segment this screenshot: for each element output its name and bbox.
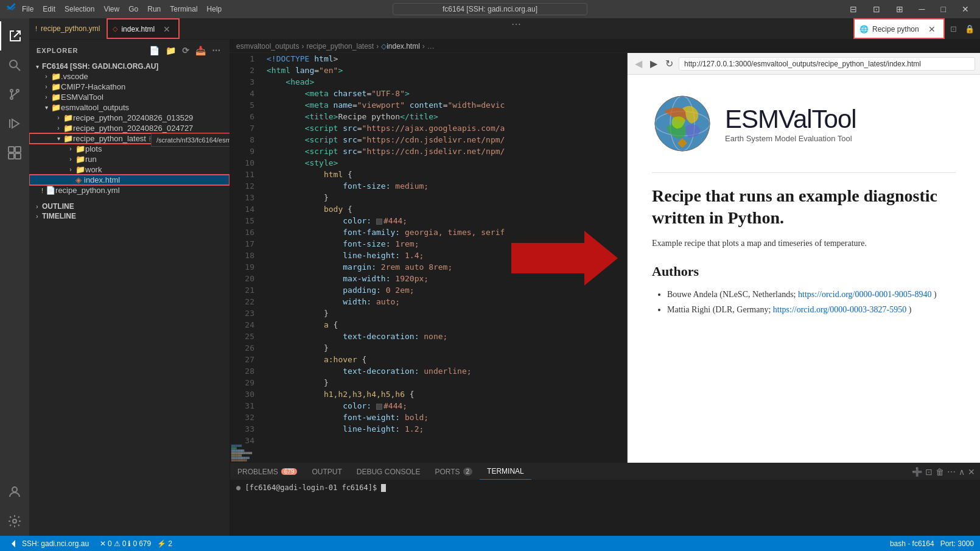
- svg-point-2: [10, 97, 13, 99]
- bash-label: bash - fc6164: [890, 539, 934, 548]
- menu-selection[interactable]: Selection: [65, 5, 94, 13]
- tab-close-html[interactable]: ✕: [161, 23, 173, 35]
- menu-view[interactable]: View: [103, 5, 119, 13]
- terminal-add-icon[interactable]: ➕: [912, 467, 922, 477]
- activity-explorer[interactable]: [0, 21, 29, 51]
- terminal-trash-icon[interactable]: 🗑: [936, 467, 944, 477]
- tab-recipe-yml[interactable]: ! recipe_python.yml: [29, 18, 107, 39]
- refresh-icon[interactable]: ⟳: [181, 44, 191, 57]
- terminal-close-icon[interactable]: ✕: [968, 467, 975, 477]
- terminal-more-icon[interactable]: ⋯: [947, 467, 956, 477]
- ssh-label: SSH: gadi.nci.org.au: [22, 539, 89, 548]
- tree-item-vscode[interactable]: › 📁 .vscode: [29, 71, 229, 82]
- new-file-icon[interactable]: 📄: [148, 44, 161, 57]
- breadcrumb-part4: …: [427, 42, 435, 51]
- info-icon: ℹ: [128, 539, 131, 548]
- sidebar-toggle-icon[interactable]: ⊟: [845, 4, 862, 14]
- more-options-icon[interactable]: ⋯: [211, 44, 222, 57]
- port-label: Port: 3000: [940, 539, 974, 548]
- new-folder-icon[interactable]: 📁: [164, 44, 178, 57]
- tree-item-recipe-latest[interactable]: ▾ 📁 recipe_python_latest ⎘ /scratch/nf33…: [29, 133, 229, 144]
- terminal-content[interactable]: ● [fc6164@gadi-login-01 fc6164]$: [230, 480, 980, 536]
- explorer-sidebar: EXPLORER 📄 📁 ⟳ 📥 ⋯ ▾ FC6164 [SSH: GADI.N…: [29, 40, 230, 536]
- tab-recipe-browser[interactable]: 🌐 Recipe python ✕: [853, 18, 945, 39]
- author-name-1: Bouwe Andela (NLeSC, Netherlands;: [667, 290, 798, 299]
- tree-item-recipe-024727[interactable]: › 📁 recipe_python_20240826_024727: [29, 123, 229, 133]
- activity-search[interactable]: [0, 51, 29, 80]
- menu-edit[interactable]: Edit: [43, 5, 55, 13]
- terminal-split-icon[interactable]: ⊡: [925, 467, 933, 477]
- status-errors[interactable]: ✕ 0 ⚠ 0 ℹ 0 679: [100, 539, 151, 548]
- browser-content[interactable]: ESMValTool Earth System Model Evaluation…: [628, 75, 980, 463]
- menu-terminal[interactable]: Terminal: [170, 5, 197, 13]
- panel-tab-problems[interactable]: PROBLEMS 679: [230, 463, 304, 480]
- tree-root[interactable]: ▾ FC6164 [SSH: GADI.NCI.ORG.AU]: [29, 61, 229, 71]
- tree-item-index-html[interactable]: › ◈ index.html: [29, 175, 229, 185]
- explorer-header-icons: 📄 📁 ⟳ 📥 ⋯: [148, 44, 222, 57]
- menu-help[interactable]: Help: [207, 5, 222, 13]
- code-content[interactable]: <!DOCTYPE html> <html lang="en"> <head> …: [261, 53, 505, 443]
- recipe-latest-arrow: ▾: [54, 135, 63, 142]
- author-orcid-link-2[interactable]: https://orcid.org/0000-0003-3827-5950: [773, 305, 906, 314]
- status-ssh[interactable]: SSH: gadi.nci.org.au: [6, 536, 94, 551]
- minimize-button[interactable]: ─: [914, 4, 930, 14]
- browser-url-bar[interactable]: [679, 57, 975, 71]
- run-arrow: ›: [66, 156, 75, 163]
- tab-index-html[interactable]: ◇ index.html ✕: [107, 18, 180, 39]
- tree-outline[interactable]: › OUTLINE: [29, 202, 229, 211]
- author-orcid-link-1[interactable]: https://orcid.org/0000-0001-9005-8940: [798, 290, 931, 299]
- browser-refresh[interactable]: ↻: [663, 57, 676, 71]
- tree-item-esmvaltool[interactable]: › 📁 ESMValTool: [29, 92, 229, 102]
- status-workers[interactable]: ⚡ 2: [157, 539, 172, 548]
- editor-browser-split: 12345 678910 1112131415 1617181920 21222…: [230, 53, 980, 463]
- activity-accounts[interactable]: [0, 477, 29, 507]
- tree-item-plots[interactable]: › 📁 plots: [29, 144, 229, 154]
- layout-icon[interactable]: ⊞: [891, 4, 908, 14]
- tree-item-recipe-yml[interactable]: ! 📄 recipe_python.yml: [29, 185, 229, 195]
- panel-tab-output[interactable]: OUTPUT: [304, 463, 349, 480]
- menu-file[interactable]: File: [22, 5, 33, 13]
- status-bash[interactable]: bash - fc6164: [890, 539, 934, 548]
- status-right: bash - fc6164 Port: 3000: [890, 539, 974, 548]
- menu-go[interactable]: Go: [128, 5, 138, 13]
- browser-back[interactable]: ◀: [632, 57, 645, 71]
- lock-icon[interactable]: 🔒: [962, 23, 977, 35]
- split-editor-icon[interactable]: ⊡: [948, 23, 959, 35]
- menu-run[interactable]: Run: [147, 5, 161, 13]
- panel-toggle-icon[interactable]: ⊡: [868, 4, 885, 14]
- breadcrumb-part1: esmvaltool_outputs: [236, 42, 299, 51]
- svg-point-4: [10, 89, 13, 92]
- browser-nav: ◀ ▶ ↻: [632, 57, 676, 71]
- tree-timeline[interactable]: › TIMELINE: [29, 211, 229, 221]
- maximize-button[interactable]: □: [936, 4, 951, 14]
- browser-forward[interactable]: ▶: [648, 57, 660, 71]
- activity-settings[interactable]: [0, 507, 29, 536]
- status-port[interactable]: Port: 3000: [940, 539, 974, 548]
- collapse-icon[interactable]: 📥: [194, 44, 208, 57]
- panel-tab-debug[interactable]: DEBUG CONSOLE: [349, 463, 428, 480]
- problems-badge: 679: [281, 468, 298, 475]
- activity-source-control[interactable]: [0, 80, 29, 109]
- panel-tab-ports[interactable]: PORTS 2: [427, 463, 480, 480]
- error-count: 0: [108, 539, 112, 548]
- tree-item-cmip7[interactable]: › 📁 CMIP7-Hackathon: [29, 82, 229, 92]
- tree-item-run[interactable]: › 📁 run: [29, 154, 229, 164]
- panel-tab-terminal[interactable]: TERMINAL: [480, 463, 531, 480]
- terminal-collapse-icon[interactable]: ∧: [959, 467, 965, 477]
- title-search[interactable]: fc6164 [SSH: gadi.nci.org.au]: [393, 3, 587, 15]
- activity-extensions[interactable]: [0, 138, 29, 167]
- esmvaltool-header: ESMValTool Earth System Model Evaluation…: [652, 93, 956, 154]
- editor-browser-container: esmvaltool_outputs › recipe_python_lates…: [230, 40, 980, 536]
- tree-item-outputs[interactable]: ▾ 📁 esmvaltool_outputs: [29, 102, 229, 113]
- svg-rect-12: [15, 153, 21, 159]
- terminal-cursor: [381, 484, 386, 492]
- close-button[interactable]: ✕: [957, 4, 974, 14]
- tree-item-work[interactable]: › 📁 work: [29, 164, 229, 175]
- tree-item-recipe-013529[interactable]: › 📁 recipe_python_20240826_013529: [29, 113, 229, 123]
- activity-run[interactable]: [0, 109, 29, 138]
- tabs-area: ! recipe_python.yml ◇ index.html ✕ ⋯ 🌐 R…: [29, 18, 980, 40]
- vscode-icon: [6, 2, 17, 16]
- tab-close-browser[interactable]: ✕: [926, 23, 938, 35]
- titlebar-center: fc6164 [SSH: gadi.nci.org.au]: [393, 3, 587, 15]
- tab-more[interactable]: ⋯: [506, 18, 526, 39]
